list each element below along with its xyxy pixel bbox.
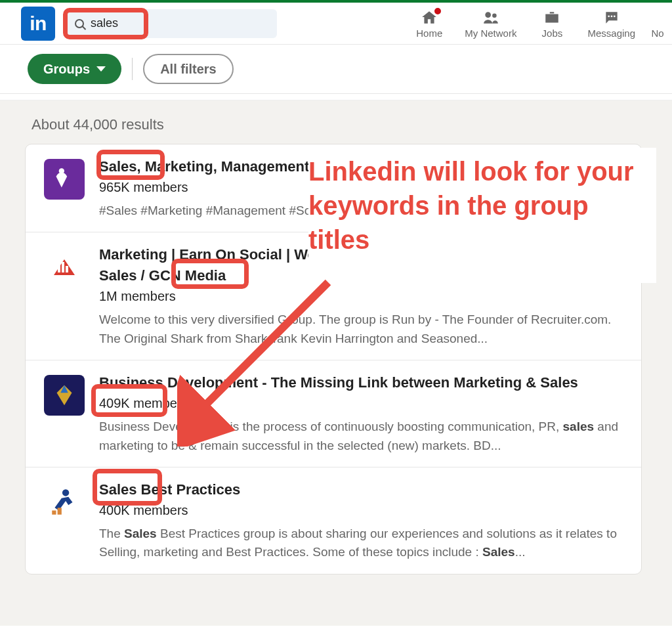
svg-rect-11	[58, 508, 62, 514]
annotation-text: Linkedin will look for your keywords in …	[308, 148, 656, 283]
group-members: 400K members	[99, 503, 625, 518]
nav-label: Jobs	[542, 28, 563, 39]
messaging-icon	[603, 9, 620, 26]
filter-label: All filters	[160, 62, 217, 77]
nav-label: No	[651, 28, 663, 39]
svg-point-9	[62, 489, 69, 496]
nav-label: Messaging	[587, 28, 635, 39]
separator	[132, 58, 133, 80]
nav-label: My Network	[465, 28, 516, 39]
linkedin-logo[interactable]: in	[21, 7, 55, 41]
all-filters-button[interactable]: All filters	[143, 54, 234, 84]
nav-label: Home	[416, 28, 442, 39]
svg-point-2	[608, 15, 610, 17]
group-avatar	[44, 159, 85, 200]
group-avatar	[44, 375, 85, 416]
nav-jobs[interactable]: Jobs	[532, 8, 572, 39]
svg-rect-6	[58, 265, 60, 272]
nav-network[interactable]: My Network	[465, 8, 516, 39]
filter-bar: Groups All filters	[0, 45, 672, 94]
group-description: Welcome to this very diversified Group. …	[99, 311, 625, 348]
group-description: The Sales Best Practices group is about …	[99, 525, 625, 562]
nav-messaging[interactable]: Messaging	[587, 8, 635, 39]
group-members: 409K members	[99, 396, 625, 411]
group-result-row[interactable]: Business Development - The Missing Link …	[26, 360, 641, 467]
top-nav-bar: in sales Home My Network Jobs	[0, 3, 672, 45]
svg-point-4	[614, 15, 616, 17]
svg-rect-10	[52, 511, 56, 515]
svg-rect-7	[62, 262, 64, 272]
svg-rect-8	[66, 266, 68, 272]
group-description: Business Development is the process of c…	[99, 418, 625, 455]
briefcase-icon	[543, 9, 560, 26]
chevron-down-icon	[96, 66, 106, 72]
group-result-row[interactable]: Sales Best Practices 400K members The Sa…	[26, 467, 641, 574]
filter-groups-button[interactable]: Groups	[28, 54, 121, 84]
group-title[interactable]: Sales Best Practices	[99, 479, 625, 500]
group-avatar	[44, 482, 85, 523]
svg-point-0	[485, 12, 491, 18]
filter-label: Groups	[43, 62, 90, 77]
nav-notifications-cut[interactable]: No	[651, 8, 664, 39]
svg-point-3	[610, 15, 612, 17]
svg-point-1	[492, 14, 497, 18]
results-count: About 44,000 results	[25, 106, 672, 144]
search-icon	[75, 19, 84, 28]
group-members: 1M members	[99, 289, 625, 304]
search-value: sales	[91, 16, 118, 30]
notification-badge	[433, 7, 442, 16]
group-avatar	[44, 247, 85, 288]
nav-home[interactable]: Home	[410, 8, 449, 39]
group-title[interactable]: Business Development - The Missing Link …	[99, 372, 625, 393]
search-input[interactable]: sales	[67, 9, 277, 38]
people-icon	[482, 9, 500, 26]
